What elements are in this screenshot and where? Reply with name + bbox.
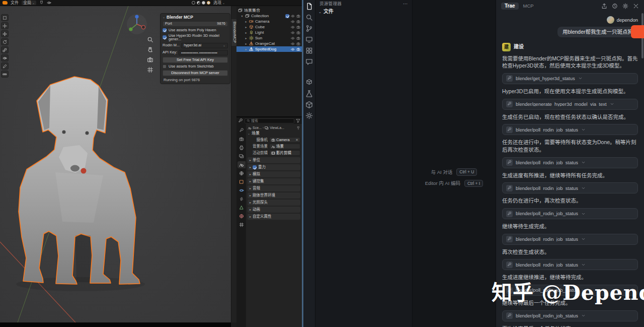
pan-hand-icon[interactable]: [147, 46, 153, 53]
tool-call-card[interactable]: blender/poll_rodin_job_status: [502, 124, 638, 135]
collection-checkbox[interactable]: [285, 14, 289, 18]
camera-view-icon[interactable]: [147, 56, 153, 63]
disclosure-caret[interactable]: ▸: [245, 20, 248, 23]
zoom-icon[interactable]: [147, 36, 153, 43]
extensions-icon[interactable]: [305, 47, 313, 54]
hide-eye-icon[interactable]: [291, 31, 295, 35]
options-dropdown[interactable]: 选项⌄: [213, 1, 225, 5]
properties-search-input[interactable]: 搜索: [245, 118, 294, 123]
remote-icon[interactable]: [305, 36, 313, 43]
transform-orientation-dropdown[interactable]: 全局⌄: [22, 1, 36, 5]
tool-call-card[interactable]: blender/poll_rodin_job_status: [502, 259, 638, 270]
snap-magnet-icon[interactable]: [39, 1, 44, 5]
properties-section-重力[interactable]: ▸重力: [248, 164, 300, 170]
hide-eye-icon[interactable]: [291, 14, 295, 18]
port-field[interactable]: Port9876: [163, 21, 228, 27]
tool-call-card[interactable]: blender/poll_rodin_job_status: [502, 208, 638, 219]
tool-tab-icon[interactable]: [237, 127, 246, 134]
properties-section-刚体世界环境[interactable]: ▸刚体世界环境: [248, 192, 300, 199]
object-tab-icon[interactable]: [237, 178, 246, 185]
disclosure-caret[interactable]: ▾: [240, 15, 244, 18]
checkbox-checked-icon[interactable]: [253, 165, 257, 169]
viewlayer-tab-icon[interactable]: [237, 153, 246, 160]
scene-tab-icon[interactable]: [237, 161, 246, 168]
outliner-item-light[interactable]: ▸Light: [236, 30, 302, 35]
texture-tab-icon[interactable]: [237, 221, 246, 228]
tool-call-card[interactable]: blender/get_hyper3d_status: [502, 73, 638, 84]
world-tab-icon[interactable]: [237, 170, 246, 177]
source-control-icon[interactable]: [305, 25, 313, 32]
outliner-item-orangecat[interactable]: ▸OrangeCat: [236, 41, 302, 46]
hide-eye-icon[interactable]: [291, 20, 295, 24]
camera-render-toggle-icon[interactable]: [296, 47, 300, 51]
scene-section-header[interactable]: ⌄场景: [248, 130, 300, 137]
outliner-item-collection[interactable]: ▾Collection: [236, 13, 302, 19]
rodin-mode-dropdown[interactable]: hyper3d.ai⌄: [181, 43, 228, 48]
property-field[interactable]: 影片剪辑: [269, 150, 300, 156]
more-icon[interactable]: ⋯: [403, 2, 408, 7]
ortho-grid-icon[interactable]: [147, 67, 153, 73]
hyper3d-checkbox[interactable]: Use Hyper3D Rodin 3D model gener...: [163, 34, 228, 41]
move-icon[interactable]: [1, 30, 9, 37]
rotate-icon[interactable]: [1, 38, 9, 45]
constraints-tab-icon[interactable]: [237, 195, 246, 203]
tool-call-card[interactable]: blender/generate_hyper3d_model_via_text: [502, 99, 638, 110]
properties-section-键控集[interactable]: ▸键控集: [248, 178, 300, 184]
tool-call-card[interactable]: blender/poll_rodin_job_status: [502, 182, 638, 193]
viewport-3d[interactable]: ⌄Blender MCP Port9876 Use assets from Po…: [0, 6, 231, 322]
breadcrumb-viewlayer[interactable]: ViewLa...: [270, 126, 284, 129]
history-icon[interactable]: [612, 3, 618, 9]
camera-render-toggle-icon[interactable]: [296, 20, 300, 24]
disclosure-caret[interactable]: ▸: [245, 37, 248, 40]
properties-section-光照探头[interactable]: ▸光照探头: [248, 200, 300, 206]
outliner-item-sun[interactable]: ▸Sun: [236, 35, 302, 41]
properties-section-动画[interactable]: ▸动画: [248, 207, 300, 213]
properties-section-音频[interactable]: ▸音频: [248, 185, 300, 191]
camera-render-toggle-icon[interactable]: [296, 31, 300, 35]
spotted-dog-model[interactable]: [19, 77, 140, 284]
disconnect-button[interactable]: Disconnect from MCP server: [163, 70, 228, 76]
user-avatar[interactable]: [607, 16, 614, 24]
disclosure-caret[interactable]: ▸: [245, 48, 248, 51]
outliner-item-camera[interactable]: ▸Camera: [236, 19, 302, 24]
disclosure-caret[interactable]: ▸: [245, 31, 248, 34]
select-box-icon[interactable]: [1, 14, 9, 21]
properties-editor-icon[interactable]: [238, 118, 243, 123]
files-section-header[interactable]: ⌄ 文件: [315, 8, 412, 16]
outliner-item-spotteddog[interactable]: ▸SpottedDog: [236, 46, 302, 52]
beaker-icon[interactable]: [305, 90, 313, 97]
material-shading-icon[interactable]: [202, 1, 205, 5]
pin-icon[interactable]: [296, 126, 300, 130]
settings-icon[interactable]: [305, 112, 313, 119]
breadcrumb-scene[interactable]: Sce...: [253, 126, 262, 129]
editor-area[interactable]: 与 AI 对话Ctrl + UEditor 内 AI 编码Ctrl + I: [413, 0, 496, 327]
annotate-icon[interactable]: [1, 62, 9, 70]
tab-trae[interactable]: Trae: [501, 3, 519, 10]
wireframe-shading-icon[interactable]: [192, 1, 195, 5]
notification-badge[interactable]: [631, 25, 644, 38]
rendered-shading-icon[interactable]: [207, 1, 210, 5]
scale-icon[interactable]: [1, 46, 9, 53]
menu-file[interactable]: 文件: [11, 1, 19, 5]
camera-render-toggle-icon[interactable]: [296, 42, 300, 46]
transform-icon[interactable]: [1, 54, 9, 61]
hide-eye-icon[interactable]: [291, 47, 295, 51]
chat-icon[interactable]: [305, 58, 313, 66]
measure-icon[interactable]: [1, 71, 9, 78]
files-icon[interactable]: [305, 3, 313, 10]
properties-section-模拟[interactable]: ▸模拟: [248, 171, 300, 177]
outliner-item-cube[interactable]: ▸Cube: [236, 24, 302, 30]
close-icon[interactable]: [633, 3, 639, 9]
sketchfab-checkbox[interactable]: Use assets from Sketchfab: [163, 64, 228, 69]
set-free-trial-button[interactable]: Set Free Trial API Key: [163, 57, 228, 63]
share-icon[interactable]: [601, 3, 607, 9]
physics-tab-icon[interactable]: [237, 187, 246, 194]
navigation-gizmo[interactable]: [126, 13, 148, 35]
properties-section-自定义属性[interactable]: ▸自定义属性: [248, 214, 300, 220]
tool-call-card[interactable]: blender/poll_rodin_job_status: [502, 310, 638, 321]
search-icon[interactable]: [305, 14, 313, 21]
camera-render-toggle-icon[interactable]: [296, 14, 300, 18]
outliner-root-collection[interactable]: 场景集合: [236, 8, 302, 13]
render-tab-icon[interactable]: [237, 136, 246, 143]
mcp-panel-header[interactable]: ⌄Blender MCP: [163, 15, 228, 20]
